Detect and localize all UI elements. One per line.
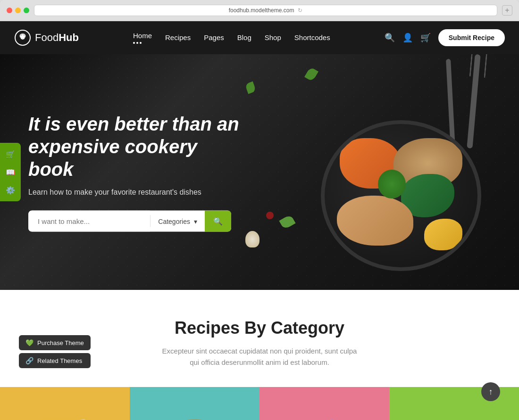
search-nav-button[interactable]: 🔍: [385, 33, 395, 43]
category-card-yellow[interactable]: 🍝: [0, 387, 130, 420]
hero-heading: It is even better than an expensive cook…: [28, 113, 245, 181]
chevron-down-icon: ▾: [194, 217, 197, 225]
nav-link-blog[interactable]: Blog: [237, 33, 251, 41]
nav-item-home[interactable]: Home: [133, 32, 152, 44]
nav-links: Home Recipes Pages Blog Shop Shortcodes: [133, 32, 330, 44]
address-bar[interactable]: foodhub.modeltheme.com ↻: [34, 5, 497, 16]
browser-dots: [7, 8, 29, 13]
browser-toolbar: foodhub.modeltheme.com ↻ +: [0, 0, 519, 21]
bowl-plate: [321, 120, 481, 271]
category-cards: 🍝 🍔 🧋 🍜: [0, 387, 519, 420]
nav-icons: 🔍 👤 🛒 Submit Recipe: [385, 29, 505, 46]
category-card-teal[interactable]: 🍔: [130, 387, 260, 420]
sidebar-icons: 🛒 📖 ⚙️: [0, 143, 21, 201]
hero-subtext: Learn how to make your favorite restaura…: [28, 188, 245, 197]
submit-recipe-button[interactable]: Submit Recipe: [438, 29, 505, 46]
food-pineapple: [424, 219, 462, 250]
nav-link-home[interactable]: Home: [133, 32, 152, 40]
floating-buttons: 💚 Purchase Theme 🔗 Related Themes: [19, 335, 91, 368]
related-label: Related Themes: [37, 357, 82, 364]
cherry-decoration: [266, 212, 274, 219]
search-bar: Categories ▾ 🔍: [28, 211, 231, 232]
nav-link-recipes[interactable]: Recipes: [165, 33, 191, 41]
food-chicken: [337, 196, 413, 246]
close-dot[interactable]: [7, 8, 12, 13]
garlic-decoration: [245, 231, 260, 247]
cart-nav-button[interactable]: 🛒: [420, 33, 431, 43]
scroll-to-top-button[interactable]: ↑: [481, 382, 500, 401]
search-icon: 🔍: [213, 217, 223, 225]
nav-link-pages[interactable]: Pages: [204, 33, 224, 41]
leaf-decoration-3: [279, 214, 295, 230]
new-tab-button[interactable]: +: [502, 5, 512, 16]
related-icon: 🔗: [25, 357, 33, 364]
hero-section: It is even better than an expensive cook…: [0, 54, 519, 290]
recipes-subtitle: Excepteur sint occaecat cupidatat non qu…: [160, 346, 359, 368]
sidebar-cart-button[interactable]: 🛒: [3, 147, 18, 162]
reload-icon[interactable]: ↻: [298, 7, 302, 14]
related-themes-button[interactable]: 🔗 Related Themes: [19, 353, 91, 368]
leaf-decoration-1: [304, 67, 318, 82]
food-noodles-icon: 🍜: [431, 418, 478, 420]
nav-item-shop[interactable]: Shop: [265, 33, 281, 42]
category-card-pink[interactable]: 🧋: [260, 387, 389, 420]
sidebar-book-button[interactable]: 📖: [3, 165, 18, 180]
categories-dropdown[interactable]: Categories ▾: [151, 211, 205, 232]
search-button[interactable]: 🔍: [205, 211, 231, 232]
nav-item-shortcodes[interactable]: Shortcodes: [294, 33, 330, 42]
nav-link-shortcodes[interactable]: Shortcodes: [294, 33, 330, 41]
url-text: foodhub.modeltheme.com: [229, 7, 294, 14]
logo[interactable]: FoodHub: [14, 29, 79, 46]
user-nav-button[interactable]: 👤: [402, 33, 413, 43]
food-pasta-icon: 🍝: [42, 418, 89, 420]
food-broccoli: [378, 170, 405, 198]
logo-text: FoodHub: [35, 32, 79, 44]
hero-content: It is even better than an expensive cook…: [28, 113, 245, 232]
recipes-title: Recipes By Category: [19, 318, 500, 338]
purchase-theme-button[interactable]: 💚 Purchase Theme: [19, 335, 91, 350]
categories-label: Categories: [158, 217, 190, 225]
nav-item-recipes[interactable]: Recipes: [165, 33, 191, 42]
purchase-icon: 💚: [25, 339, 33, 346]
food-drink-icon: 🧋: [301, 418, 348, 420]
nav-item-blog[interactable]: Blog: [237, 33, 251, 42]
food-burger-icon: 🍔: [171, 418, 218, 420]
nav-item-pages[interactable]: Pages: [204, 33, 224, 42]
purchase-label: Purchase Theme: [37, 339, 84, 346]
search-input[interactable]: [28, 211, 150, 232]
food-bowl-illustration: [278, 59, 491, 285]
minimize-dot[interactable]: [15, 8, 21, 13]
navbar: FoodHub Home Recipes Pages Blog Shop Sho…: [0, 21, 519, 54]
sidebar-settings-button[interactable]: ⚙️: [3, 182, 18, 198]
arrow-up-icon: ↑: [489, 387, 493, 397]
maximize-dot[interactable]: [24, 8, 29, 13]
nav-link-shop[interactable]: Shop: [265, 33, 281, 41]
